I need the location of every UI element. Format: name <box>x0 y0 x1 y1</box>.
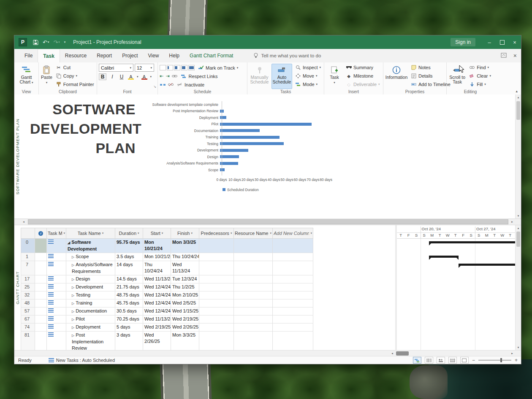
customize-qat-button[interactable]: ▾ <box>64 40 66 44</box>
cell-row-number[interactable]: 0 <box>21 239 35 253</box>
scroll-right-arrow-icon[interactable]: ▸ <box>509 350 515 356</box>
cell-duration[interactable]: 95.75 days <box>115 239 143 253</box>
notes-button[interactable]: Notes <box>410 64 452 71</box>
new-tasks-mode[interactable]: New Tasks : Auto Scheduled <box>49 358 115 363</box>
cell-predecessors[interactable] <box>199 239 234 253</box>
cell-task-mode[interactable] <box>47 275 66 283</box>
column-header-add-new-column[interactable]: Add New Column▾ <box>273 228 313 239</box>
cell-indicator[interactable] <box>35 253 47 261</box>
cell-start[interactable]: Wed 12/4/24 <box>143 291 171 299</box>
cell-resource-names[interactable] <box>234 299 273 307</box>
unlink-tasks-icon[interactable] <box>168 82 174 87</box>
move-button[interactable]: Move▾ <box>294 72 322 80</box>
cell-start[interactable]: Wed 2/19/25 <box>143 324 171 332</box>
report-view-button[interactable] <box>460 357 469 364</box>
cell-add-new-column[interactable] <box>273 324 313 332</box>
cell-row-number[interactable]: 25 <box>21 283 35 291</box>
indent-task-icon[interactable]: ⇥ <box>166 73 169 79</box>
cell-indicator[interactable] <box>35 315 47 324</box>
column-header-resource-names[interactable]: Resource Names▾ <box>234 228 273 239</box>
cell-task-name[interactable]: ▷Post Implementation Review <box>66 332 115 350</box>
cell-finish[interactable]: Thu 10/24/24 <box>171 253 199 261</box>
cell-resource-names[interactable] <box>234 332 273 350</box>
scroll-down-arrow-icon[interactable]: ▾ <box>516 213 521 218</box>
cell-add-new-column[interactable] <box>273 315 313 324</box>
gantt-horizontal-scrollbar[interactable]: ◂ ▸ <box>14 350 521 356</box>
cell-task-mode[interactable] <box>47 332 66 350</box>
cell-duration[interactable]: 21.75 days <box>115 283 143 291</box>
cell-finish[interactable]: Wed 2/19/25 <box>171 315 199 324</box>
cell-start[interactable]: Wed 2/26/25 <box>143 332 171 350</box>
cell-predecessors[interactable] <box>199 253 234 261</box>
percent-50-button[interactable] <box>174 65 180 70</box>
cell-row-number[interactable]: 32 <box>21 291 35 299</box>
cell-predecessors[interactable] <box>199 332 234 350</box>
cell-indicator[interactable] <box>35 291 47 299</box>
ribbon-display-options-button[interactable] <box>501 52 507 59</box>
tell-me-search[interactable]: Tell me what you want to do <box>253 53 321 59</box>
expand-triangle-icon[interactable]: ▷ <box>72 310 74 313</box>
mode-button[interactable]: Mode▾ <box>294 81 322 88</box>
cell-finish[interactable]: Wed 11/13/24 <box>171 261 199 275</box>
cell-resource-names[interactable] <box>234 315 273 324</box>
auto-schedule-button[interactable]: Auto Schedule <box>271 64 292 89</box>
cut-button[interactable]: ✂Cut <box>54 64 95 71</box>
cell-finish[interactable]: Mon 3/3/25 <box>171 332 199 350</box>
italic-button[interactable]: I <box>109 74 116 80</box>
filter-dropdown-icon[interactable]: ▾ <box>138 232 139 235</box>
cell-indicator[interactable] <box>35 324 47 332</box>
collapse-triangle-icon[interactable]: ◢ <box>68 241 70 245</box>
cell-task-mode[interactable] <box>47 253 66 261</box>
cell-predecessors[interactable] <box>199 299 234 307</box>
cell-indicator[interactable] <box>35 275 47 283</box>
font-size-select[interactable]: 12▾ <box>135 64 154 72</box>
outdent-task-icon[interactable]: ⇤ <box>160 73 163 79</box>
cell-resource-names[interactable] <box>234 253 273 261</box>
cell-row-number[interactable]: 74 <box>21 324 35 332</box>
cell-predecessors[interactable] <box>199 307 234 315</box>
cell-row-number[interactable]: 1 <box>21 253 35 261</box>
task-usage-view-button[interactable] <box>425 357 433 364</box>
cell-duration[interactable]: 14.5 days <box>115 275 143 283</box>
filter-dropdown-icon[interactable]: ▾ <box>310 232 312 235</box>
zoom-in-button[interactable]: + <box>515 357 518 363</box>
fill-button[interactable]: Fill▾ <box>468 81 492 88</box>
select-all-corner[interactable] <box>21 228 35 239</box>
cell-finish[interactable]: Mon 3/3/25 <box>171 239 199 253</box>
gantt-chart-view-button[interactable] <box>413 357 421 364</box>
scrollbar-thumb[interactable] <box>516 232 520 247</box>
cell-task-name[interactable]: ▷Deployment <box>66 324 115 332</box>
cell-row-number[interactable]: 17 <box>21 275 35 283</box>
inspect-button[interactable]: Inspect▾ <box>294 64 322 71</box>
mark-on-track-button[interactable]: Mark on Track▾ <box>197 64 239 72</box>
maximize-button[interactable] <box>496 35 508 49</box>
cell-task-mode[interactable] <box>47 324 66 332</box>
expand-triangle-icon[interactable]: ▷ <box>72 302 74 305</box>
gantt-chart-button[interactable]: Gantt Chart ▾ <box>16 64 37 89</box>
cell-add-new-column[interactable] <box>273 239 313 253</box>
cell-predecessors[interactable] <box>199 275 234 283</box>
milestone-button[interactable]: ◆Milestone <box>345 72 381 80</box>
filter-dropdown-icon[interactable]: ▾ <box>162 232 163 235</box>
bold-button[interactable]: B <box>99 73 106 80</box>
respect-links-button[interactable]: Respect Links <box>179 73 219 80</box>
tab-gantt-chart-format[interactable]: Gantt Chart Format <box>185 49 238 62</box>
tab-report[interactable]: Report <box>92 49 117 62</box>
cell-task-name[interactable]: ▷Scope <box>66 253 115 261</box>
cell-start[interactable]: Mon 10/21/24 <box>143 253 171 261</box>
cell-add-new-column[interactable] <box>273 275 313 283</box>
zoom-slider[interactable] <box>478 360 511 361</box>
cell-indicator[interactable] <box>35 299 47 307</box>
copy-button[interactable]: Copy▾ <box>54 72 95 80</box>
cell-resource-names[interactable] <box>234 283 273 291</box>
find-button[interactable]: Find▾ <box>468 64 492 71</box>
redo-button[interactable]: ↷▾ <box>53 39 60 46</box>
column-header-predecessors[interactable]: Predecessors▾ <box>199 228 234 239</box>
percent-100-button[interactable] <box>188 65 195 70</box>
cell-duration[interactable]: 48.75 days <box>115 291 143 299</box>
tab-task[interactable]: Task <box>38 49 60 63</box>
gantt-summary-bar[interactable] <box>429 241 516 243</box>
zoom-slider-thumb[interactable] <box>500 358 502 362</box>
cell-task-mode[interactable] <box>47 291 66 299</box>
tab-view[interactable]: View <box>143 49 164 62</box>
